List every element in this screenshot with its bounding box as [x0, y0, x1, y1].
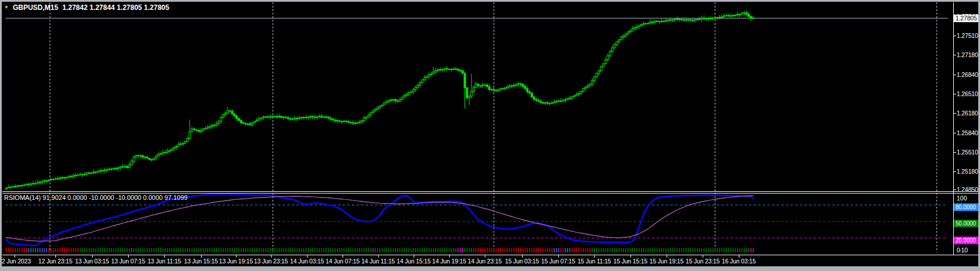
oscillator-level-badge: 50.0000	[954, 220, 980, 227]
window-frame-top	[0, 0, 980, 2]
chart-title: ▼ GBPUSD,M15 1.27842 1.27844 1.27805 1.2…	[4, 3, 169, 12]
current-price-badge: 1.27805	[954, 15, 979, 22]
price-axis-label: 1.24850	[957, 186, 978, 193]
price-tick	[953, 189, 956, 190]
oscillator-scale-max: 100	[957, 195, 967, 202]
time-axis-border	[2, 255, 978, 255]
oscillator-level-badge: 20.0000	[954, 237, 980, 244]
signal-histogram-layer	[6, 248, 753, 252]
window-frame-left	[0, 0, 2, 271]
price-tick	[953, 55, 956, 55]
price-tick	[953, 113, 956, 114]
price-tick	[953, 36, 956, 36]
pane-divider-line	[2, 191, 978, 192]
price-tick	[953, 171, 956, 172]
price-axis-label: 1.25510	[957, 149, 978, 156]
pane-divider-line-2	[2, 193, 978, 193]
price-axis-label: 1.25840	[957, 129, 978, 136]
price-tick	[953, 133, 956, 133]
symbol-marker-icon: ▼	[4, 4, 9, 11]
window-frame-bottom	[0, 266, 980, 271]
oscillator-level-badge: 80.0000	[954, 203, 980, 211]
indicator-values-label: RSIOMA(14) 91.9024 0.0000 -10.0000 -10.0…	[4, 194, 188, 201]
price-axis-label: 1.27180	[957, 51, 978, 58]
time-axis-label: 16 Jun 03:15	[713, 258, 765, 265]
price-tick	[953, 75, 956, 75]
price-axis-label: 1.26180	[957, 110, 978, 117]
chart-window: ▼ GBPUSD,M15 1.27842 1.27844 1.27805 1.2…	[0, 0, 980, 271]
oscillator-scale-min: -10	[959, 247, 968, 254]
ohlc-quotes-label: 1.27842 1.27844 1.27805 1.27805	[62, 3, 170, 12]
price-tick	[953, 152, 956, 153]
price-axis-label: 1.27510	[957, 32, 978, 39]
price-axis-label: 1.25180	[957, 168, 978, 175]
price-tick	[953, 94, 956, 94]
symbol-timeframe-label: GBPUSD,M15	[13, 3, 58, 12]
price-chart-canvas[interactable]	[2, 2, 953, 255]
price-axis-border	[953, 2, 954, 255]
price-axis-label: 1.26840	[957, 71, 978, 78]
price-axis-label: 1.26510	[957, 90, 978, 97]
candles-layer	[5, 10, 754, 189]
